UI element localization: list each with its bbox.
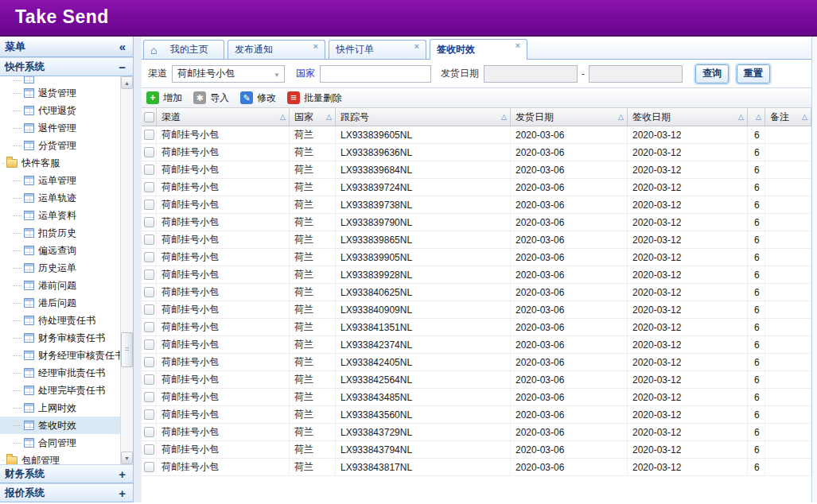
scrollbar-thumb[interactable]: [121, 332, 133, 367]
row-checkbox-cell[interactable]: [142, 161, 157, 178]
add-button[interactable]: + 增加: [146, 91, 182, 105]
collapse-sidebar-icon[interactable]: «: [119, 40, 126, 53]
header-checkbox-cell[interactable]: [142, 108, 157, 126]
row-checkbox-cell[interactable]: [142, 319, 157, 335]
header-country[interactable]: 国家 △: [290, 108, 336, 126]
row-checkbox[interactable]: [144, 304, 154, 315]
close-icon[interactable]: ×: [313, 42, 318, 51]
table-row[interactable]: 荷邮挂号小包 荷兰 LX933843794NL 2020-03-06 2020-…: [142, 441, 811, 459]
row-checkbox-cell[interactable]: [142, 459, 157, 475]
accordion-section-express[interactable]: 快件系统 −: [0, 57, 133, 76]
chevron-down-icon[interactable]: ▼: [274, 72, 280, 79]
tree-item[interactable]: 经理审批责任书: [0, 364, 120, 382]
sidebar-scrollbar[interactable]: ▲ ▼: [120, 76, 133, 464]
table-row[interactable]: 荷邮挂号小包 荷兰 LX933841351NL 2020-03-06 2020-…: [142, 319, 811, 336]
close-icon[interactable]: ×: [515, 41, 520, 50]
tree-item[interactable]: 港后问题: [0, 294, 120, 312]
row-checkbox[interactable]: [144, 165, 154, 175]
header-ship-date[interactable]: 发货日期 △: [511, 108, 628, 126]
tree-item[interactable]: 待处理责任书: [0, 312, 120, 329]
table-row[interactable]: 荷邮挂号小包 荷兰 LX933840909NL 2020-03-06 2020-…: [142, 301, 811, 319]
tab-sign-time[interactable]: 签收时效 ×: [430, 39, 527, 60]
row-checkbox[interactable]: [144, 339, 154, 350]
tree-item[interactable]: 退货管理: [0, 84, 120, 102]
collapse-section-icon[interactable]: −: [119, 60, 126, 74]
header-days[interactable]: △: [748, 108, 765, 126]
row-checkbox-cell[interactable]: [142, 354, 157, 370]
row-checkbox-cell[interactable]: [142, 371, 157, 388]
tree-item[interactable]: 财务审核责任书: [0, 329, 120, 347]
row-checkbox-cell[interactable]: [142, 301, 157, 318]
tree-item[interactable]: 处理完毕责任书: [0, 382, 120, 399]
accordion-section-finance[interactable]: 财务系统 +: [0, 464, 133, 483]
row-checkbox[interactable]: [144, 427, 154, 437]
row-checkbox[interactable]: [144, 287, 154, 297]
tree-item[interactable]: 合同管理: [0, 434, 120, 452]
row-checkbox-cell[interactable]: [142, 389, 157, 405]
tree-item[interactable]: 分货管理: [0, 137, 120, 154]
tree-item[interactable]: 快件客服: [0, 154, 120, 172]
date-to-input[interactable]: [589, 65, 683, 83]
row-checkbox-cell[interactable]: [142, 179, 157, 196]
row-checkbox[interactable]: [144, 235, 154, 245]
batch-delete-button[interactable]: ≡ 批量删除: [287, 91, 342, 105]
header-channel[interactable]: 渠道 △: [157, 108, 290, 126]
row-checkbox[interactable]: [144, 182, 154, 192]
row-checkbox[interactable]: [144, 374, 154, 385]
country-input[interactable]: [320, 65, 431, 83]
table-row[interactable]: 荷邮挂号小包 荷兰 LX933843729NL 2020-03-06 2020-…: [142, 424, 811, 441]
date-from-input[interactable]: [484, 65, 578, 83]
table-row[interactable]: 荷邮挂号小包 荷兰 LX933842405NL 2020-03-06 2020-…: [142, 354, 811, 371]
row-checkbox[interactable]: [144, 462, 154, 472]
select-all-checkbox[interactable]: [144, 112, 154, 122]
tree-item[interactable]: 运单轨迹: [0, 189, 120, 207]
row-checkbox-cell[interactable]: [142, 231, 157, 248]
table-row[interactable]: 荷邮挂号小包 荷兰 LX933839724NL 2020-03-06 2020-…: [142, 179, 811, 196]
row-checkbox-cell[interactable]: [142, 424, 157, 440]
table-row[interactable]: 荷邮挂号小包 荷兰 LX933843485NL 2020-03-06 2020-…: [142, 389, 811, 406]
row-checkbox-cell[interactable]: [142, 126, 157, 143]
expand-section-icon[interactable]: +: [119, 467, 126, 481]
row-checkbox[interactable]: [144, 130, 154, 140]
tab-express-order[interactable]: 快件订单 ×: [329, 40, 426, 59]
header-tracking[interactable]: 跟踪号 △: [336, 108, 511, 126]
row-checkbox[interactable]: [144, 200, 154, 210]
table-row[interactable]: 荷邮挂号小包 荷兰 LX933839790NL 2020-03-06 2020-…: [142, 214, 811, 231]
row-checkbox-cell[interactable]: [142, 196, 157, 213]
tree-item[interactable]: 偏远查询: [0, 242, 120, 259]
tree-item[interactable]: 代理退货: [0, 102, 120, 119]
table-row[interactable]: 荷邮挂号小包 荷兰 LX933840625NL 2020-03-06 2020-…: [142, 284, 811, 301]
edit-button[interactable]: ✎ 修改: [240, 91, 276, 105]
row-checkbox[interactable]: [144, 252, 154, 262]
expand-section-icon[interactable]: +: [119, 487, 126, 500]
tree-item[interactable]: 历史运单: [0, 259, 120, 277]
reset-button[interactable]: 重置: [737, 64, 770, 83]
tree-item[interactable]: 包邮管理: [0, 452, 120, 464]
scroll-down-icon[interactable]: ▼: [121, 452, 133, 464]
table-row[interactable]: 荷邮挂号小包 荷兰 LX933843817NL 2020-03-06 2020-…: [142, 459, 811, 476]
tree-item[interactable]: 签收时效: [0, 417, 120, 434]
row-checkbox[interactable]: [144, 322, 154, 332]
row-checkbox-cell[interactable]: [142, 336, 157, 353]
tree-item[interactable]: 财务经理审核责任书: [0, 347, 120, 364]
row-checkbox[interactable]: [144, 444, 154, 455]
scroll-up-icon[interactable]: ▲: [121, 76, 133, 89]
tab-my-home[interactable]: ⌂ 我的主页: [143, 40, 224, 59]
table-row[interactable]: 荷邮挂号小包 荷兰 LX933839905NL 2020-03-06 2020-…: [142, 249, 811, 266]
row-checkbox[interactable]: [144, 409, 154, 420]
row-checkbox[interactable]: [144, 357, 154, 367]
table-row[interactable]: 荷邮挂号小包 荷兰 LX933839928NL 2020-03-06 2020-…: [142, 266, 811, 284]
row-checkbox-cell[interactable]: [142, 249, 157, 266]
row-checkbox-cell[interactable]: [142, 441, 157, 458]
table-row[interactable]: 荷邮挂号小包 荷兰 LX933839865NL 2020-03-06 2020-…: [142, 231, 811, 249]
tree-item[interactable]: 运单资料: [0, 207, 120, 224]
header-remark[interactable]: 备注 △: [765, 108, 811, 126]
accordion-section-quotation[interactable]: 报价系统 +: [0, 483, 133, 502]
tree-item[interactable]: 上网时效: [0, 399, 120, 417]
row-checkbox-cell[interactable]: [142, 266, 157, 283]
search-button[interactable]: 查询: [695, 64, 729, 83]
row-checkbox[interactable]: [144, 392, 154, 402]
import-button[interactable]: ✱ 导入: [193, 91, 229, 105]
header-sign-date[interactable]: 签收日期 △: [628, 108, 748, 126]
table-row[interactable]: 荷邮挂号小包 荷兰 LX933839636NL 2020-03-06 2020-…: [142, 144, 811, 161]
